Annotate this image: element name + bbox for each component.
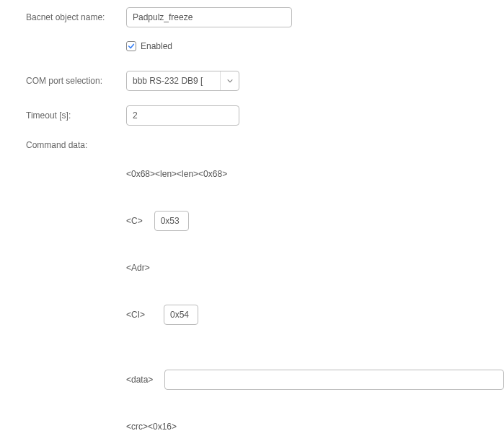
com-port-label: COM port selection: <box>0 76 126 86</box>
ci-field-label: <CI> <box>126 310 145 320</box>
bacnet-name-input[interactable] <box>126 7 292 27</box>
timeout-input[interactable] <box>126 105 239 126</box>
data-field-input[interactable] <box>164 370 504 390</box>
com-port-select[interactable]: bbb RS-232 DB9 [ <box>126 71 239 91</box>
ci-field-input[interactable] <box>164 305 198 325</box>
enabled-label: Enabled <box>141 41 172 51</box>
crc-field-label: <crc><0x16> <box>126 422 177 432</box>
command-data-label: Command data: <box>0 140 126 150</box>
command-header-text: <0x68><len><len><0x68> <box>126 169 227 179</box>
chevron-down-icon[interactable] <box>220 71 239 90</box>
c-field-label: <C> <box>126 216 143 226</box>
com-port-value: bbb RS-232 DB9 [ <box>127 71 220 90</box>
adr-field-label: <Adr> <box>126 263 150 273</box>
data-field-label: <data> <box>126 375 153 385</box>
c-field-input[interactable] <box>154 211 189 231</box>
timeout-label: Timeout [s]: <box>0 110 126 121</box>
check-icon <box>128 43 135 50</box>
bacnet-name-label: Bacnet object name: <box>0 12 126 22</box>
enabled-checkbox[interactable] <box>126 41 136 51</box>
